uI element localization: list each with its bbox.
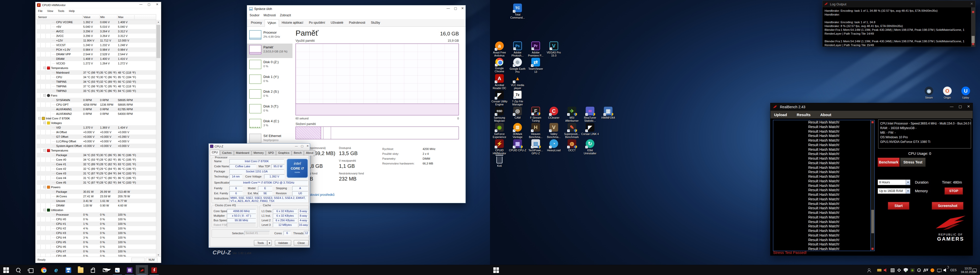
- tray-cam-icon[interactable]: [896, 265, 902, 275]
- desktop-icon-corsair-link-4[interactable]: ◤↗Corsair LINK 4: [581, 123, 599, 136]
- desktop-icon-vegas-pro-15-0[interactable]: V↗VEGAS Pro 15.0: [545, 41, 563, 57]
- desktop-icon-steam[interactable]: ◉Steam: [920, 87, 938, 99]
- minimize-icon[interactable]: —: [138, 3, 144, 6]
- chevron-down-icon[interactable]: ▼: [906, 180, 910, 185]
- language-indicator[interactable]: CES: [949, 265, 958, 275]
- sensor-row[interactable]: TMPIN333 °C (91 °F)30 °C (86 °F)84 °C (1…: [36, 89, 156, 93]
- close-icon[interactable]: ✕: [154, 3, 160, 6]
- desktop-icon-corsair-utility-engine[interactable]: ◤↗Corsair Utility Engine: [490, 90, 508, 106]
- screenshot-button[interactable]: Screenshot: [932, 202, 963, 210]
- sensor-row[interactable]: Core #331 °C (87 °F)29 °C (84 °F)84 °C (…: [36, 171, 156, 176]
- close-icon[interactable]: ✕: [970, 2, 973, 6]
- taskbar-button-task-manager[interactable]: [111, 265, 124, 275]
- desktop-icon-acrobat-reader-dc[interactable]: A↗Acrobat Reader DC: [490, 74, 508, 90]
- sensor-row[interactable]: CPU34 °C (92 °F)30 °C (86 °F)85 °C (184 …: [36, 75, 156, 79]
- tab-spd[interactable]: SPD: [266, 150, 276, 156]
- sensor-row[interactable]: CPU #30 %0 %100 %: [36, 231, 156, 235]
- collapse-icon[interactable]: −: [38, 117, 41, 119]
- sidebar-item-disk[interactable]: Disk 1 (Y:)0 %: [247, 73, 293, 88]
- sensor-row[interactable]: −Intel Core i7 8700K: [36, 116, 156, 121]
- minimize-icon[interactable]: —: [447, 6, 450, 10]
- taskbar-button-task-view[interactable]: [24, 265, 37, 275]
- desktop-icon-techpowe-gpu-z[interactable]: ▤↗TechPowe... GPU-Z: [527, 139, 545, 155]
- sensor-row[interactable]: System Agent Offset+0.000 V+0.000 V+0.00…: [36, 144, 156, 148]
- menu-item-zobrazit[interactable]: Zobrazit: [280, 14, 291, 17]
- sensor-row[interactable]: Core #034 °C (93 °F)28 °C (82 °F)85 °C (…: [36, 157, 156, 162]
- sensor-row[interactable]: Core #132 °C (89 °F)28 °C (82 °F)83 °C (…: [36, 162, 156, 166]
- duration-select[interactable]: 8 Hours ▼: [878, 180, 910, 185]
- sensor-row[interactable]: CPU VCORE1.392 V0.696 V1.408 V: [36, 20, 156, 24]
- sensor-row[interactable]: DRAM1.00 W0.90 W4.60 W: [36, 203, 156, 208]
- tab-podrobnosti[interactable]: Podrobnosti: [346, 19, 368, 27]
- sensor-row[interactable]: −Powers: [36, 185, 156, 190]
- memory-composition-bar[interactable]: [296, 126, 459, 139]
- menu-item-results[interactable]: Results: [797, 112, 811, 117]
- desktop-icon-total-command-[interactable]: TC↗Total Command...: [509, 3, 527, 19]
- sensor-row[interactable]: PCH +1.0V0.984 V0.984 V0.984 V: [36, 47, 156, 52]
- hwmonitor-titlebar[interactable]: ⚡ CPUID HWMonitor — ▢ ✕: [35, 2, 161, 8]
- sidebar-item-cpu[interactable]: Procesor2% 4,99 GHz: [247, 29, 293, 43]
- menu-item-view[interactable]: View: [47, 9, 53, 13]
- tools-button[interactable]: Tools: [254, 240, 267, 246]
- sidebar-item-disk[interactable]: Disk 0 (Z:)0 %: [247, 58, 293, 73]
- desktop-icon-7-zip-file-manager[interactable]: 7z↗7-Zip File Manager: [509, 90, 527, 106]
- sensor-row[interactable]: −Temperatures: [36, 148, 156, 153]
- desktop-icon-google-chrome[interactable]: ↗Google Chrome: [490, 58, 508, 73]
- validate-button[interactable]: Validate: [275, 240, 291, 246]
- tray-volume-icon[interactable]: [942, 265, 949, 275]
- tab-procesy[interactable]: Procesy: [248, 19, 265, 27]
- desktop-icon-heaven-benchma-[interactable]: H↗Heaven Benchma...: [527, 123, 545, 139]
- maximize-icon[interactable]: ▢: [301, 144, 303, 148]
- taskbar-button-total-commander[interactable]: [62, 265, 75, 275]
- sensor-row[interactable]: CPU #60 %0 %100 %: [36, 245, 156, 249]
- memory-usage-graph[interactable]: [296, 44, 459, 115]
- memory-select[interactable]: Up to 16GB RAM ▼: [878, 188, 910, 194]
- desktop-icon-valley-benchma-[interactable]: V↗Valley Benchma...: [545, 123, 563, 139]
- minimize-icon[interactable]: —: [295, 144, 298, 148]
- maximize-icon[interactable]: ▢: [454, 6, 457, 10]
- sensor-row[interactable]: VCCST1.240 V1.232 V1.248 V: [36, 43, 156, 47]
- desktop-icon-origin[interactable]: OOrigin: [939, 87, 956, 99]
- close-icon[interactable]: ✕: [967, 104, 970, 109]
- sensor-row[interactable]: CPU #11 %0 %100 %: [36, 221, 156, 226]
- tab-caches[interactable]: Caches: [220, 150, 234, 156]
- tray-nvidia-icon[interactable]: ◉: [909, 265, 916, 275]
- tools-dropdown-icon[interactable]: ▾: [267, 240, 272, 246]
- sensor-row[interactable]: −Utilization: [36, 208, 156, 212]
- taskbar-button-start-secondary[interactable]: [490, 265, 502, 275]
- sensor-row[interactable]: −Voltages: [36, 121, 156, 125]
- desktop-icon-occt[interactable]: ◍↗OCCT: [563, 139, 581, 152]
- sensor-row[interactable]: −Temperatures: [36, 66, 156, 70]
- desktop-icon-vlc-media-player[interactable]: ▲↗VLC media player: [509, 74, 527, 90]
- close-icon[interactable]: ✕: [307, 144, 309, 148]
- menu-item-možnosti[interactable]: Možnosti: [264, 14, 276, 17]
- desktop-icon-cam[interactable]: ◎↗CAM: [509, 107, 527, 119]
- desktop-icon-ccleaner[interactable]: C↗CCleaner: [545, 107, 563, 119]
- sensor-row[interactable]: Core #232 °C (89 °F)29 °C (84 °F)86 °C (…: [36, 166, 156, 171]
- sensor-row[interactable]: CPU #24 %0 %100 %: [36, 226, 156, 231]
- tab-memory[interactable]: Memory: [251, 150, 266, 156]
- sensor-row[interactable]: AUXFANIN20 RPM0 RPM54000 RPM: [36, 112, 156, 116]
- task-manager-titlebar[interactable]: Správce úloh — ▢ ✕: [247, 5, 466, 13]
- tab-uživatelé[interactable]: Uživatelé: [328, 19, 346, 27]
- sensor-row[interactable]: GT Offset+0.000 V+0.000 V+0.390 V: [36, 134, 156, 139]
- realbench-titlebar[interactable]: RealBench 2.43 — ▢ ✕: [770, 103, 973, 111]
- sensor-row[interactable]: Uncore3.41 W1.61 W9.77 W: [36, 199, 156, 203]
- sensor-row[interactable]: SYSFANIN0 RPM0 RPM58695 RPM: [36, 98, 156, 102]
- tray-corsair-icon[interactable]: [922, 265, 929, 275]
- maximize-icon[interactable]: ▢: [959, 104, 962, 109]
- desktop-icon-ko-[interactable]: Koš: [490, 156, 508, 167]
- tab-historie-aplikací[interactable]: Historie aplikací: [279, 19, 306, 27]
- hwmonitor-scrollbar[interactable]: ▲ ▼: [156, 20, 160, 257]
- sensor-row[interactable]: VCCIO1.272 V1.264 V1.272 V: [36, 61, 156, 66]
- collapse-icon[interactable]: −: [43, 94, 46, 96]
- desktop-icon-adobe-premiere-p-[interactable]: Pr↗Adobe Premiere P...: [527, 41, 545, 57]
- sensor-row[interactable]: CPU #43 %0 %100 %: [36, 235, 156, 240]
- sensor-row[interactable]: CPU #00 %0 %100 %: [36, 217, 156, 221]
- tab-about[interactable]: About: [304, 150, 315, 156]
- tab-bench[interactable]: Bench: [292, 150, 304, 156]
- tray-keyboard-icon[interactable]: [876, 265, 883, 275]
- scrollbar-thumb[interactable]: [871, 210, 874, 233]
- tray-rtss-icon[interactable]: [889, 265, 896, 275]
- desktop-icon-3dmark-vantage[interactable]: ≣↗3DMark Vantage: [509, 123, 527, 139]
